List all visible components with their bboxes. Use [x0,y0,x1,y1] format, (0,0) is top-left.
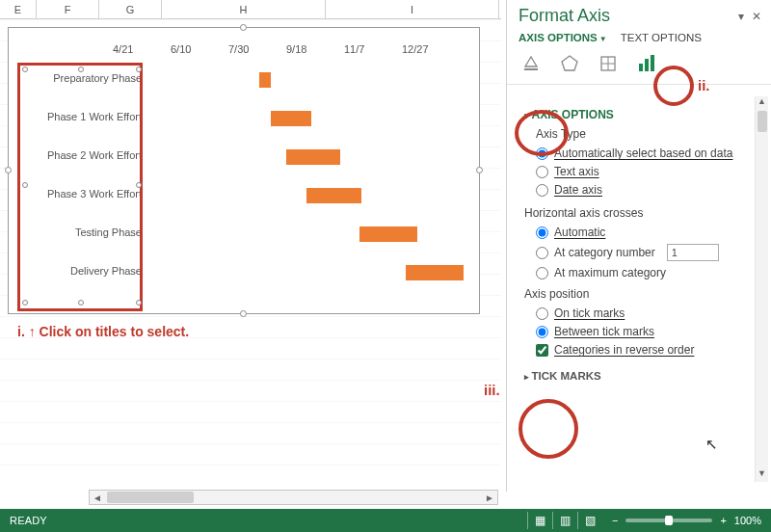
opt-at-category-number-label: At category number [554,246,655,259]
svg-rect-5 [651,55,654,71]
col-header-G[interactable]: G [99,0,162,18]
x-tick: 6/10 [171,43,228,55]
radio-between-tick[interactable] [536,326,548,338]
chart-resize-handle[interactable] [476,167,483,173]
horizontal-scrollbar[interactable]: ◄ ► [89,490,498,505]
svg-rect-3 [639,64,643,71]
annotation-i-body: Click on titles to select. [40,324,190,339]
opt-date-axis[interactable]: Date axis [536,183,750,197]
zoom-in-button[interactable]: + [720,515,726,526]
pane-close-icon[interactable]: ✕ [752,10,761,23]
x-tick: 9/18 [286,43,344,55]
radio-automatic[interactable] [536,226,548,239]
axis-options-icon[interactable] [634,51,659,76]
opt-text-axis-label: Text axis [554,165,599,178]
annotation-ii-label: ii. [698,77,710,93]
radio-on-tick[interactable] [536,307,548,320]
x-tick: 12/27 [402,43,460,55]
view-normal-button[interactable]: ▦ [527,512,552,529]
gantt-bar[interactable] [259,72,271,88]
category-number-input[interactable]: 1 [667,244,719,261]
svg-rect-0 [524,68,538,70]
scroll-up-button[interactable]: ▲ [756,96,768,110]
opt-at-category-number[interactable]: At category number 1 [536,244,750,261]
chart-resize-handle[interactable] [240,24,247,31]
x-tick: 11/7 [344,43,402,55]
chart-resize-handle[interactable] [5,167,12,173]
radio-text-axis[interactable] [536,166,548,178]
tab-axis-options-label: AXIS OPTIONS [518,32,598,43]
x-tick: 7/30 [228,43,286,55]
opt-auto-select[interactable]: Automatically select based on data [536,146,750,160]
opt-on-tick-label: On tick marks [554,306,625,320]
svg-marker-1 [562,56,577,70]
view-page-layout-button[interactable]: ▥ [552,512,577,529]
pane-options-icon[interactable]: ▾ [738,10,744,23]
gantt-bar[interactable] [271,111,311,126]
opt-date-axis-label: Date axis [554,183,602,197]
scroll-track[interactable] [105,491,482,504]
opt-on-tick[interactable]: On tick marks [536,306,750,320]
axis-position-label: Axis position [524,287,750,301]
tab-axis-options[interactable]: AXIS OPTIONS▼ [518,32,607,43]
checkbox-reverse-order[interactable] [536,344,548,357]
col-header-H[interactable]: H [162,0,326,18]
annotation-iii-label: iii. [484,382,500,398]
gantt-bar[interactable] [359,226,417,242]
status-bar: READY ▦ ▥ ▧ − + 100% [0,509,771,532]
axis-selection-handles [26,70,138,302]
opt-between-tick[interactable]: Between tick marks [536,325,750,338]
size-properties-icon[interactable] [596,51,621,76]
group-tick-marks[interactable]: TICK MARKS [524,370,750,382]
x-axis-ticks[interactable]: 4/21 6/10 7/30 9/18 11/7 12/27 [113,43,460,55]
opt-automatic-label: Automatic [554,226,605,239]
radio-at-max-category[interactable] [536,267,548,279]
spreadsheet-grid[interactable]: 4/21 6/10 7/30 9/18 11/7 12/27 Preparato… [0,19,501,482]
arrow-up-icon: ↑ [29,324,36,339]
pane-icon-row [507,49,771,85]
opt-at-max-category[interactable]: At maximum category [536,266,750,279]
fill-line-icon[interactable] [518,51,544,76]
axis-type-label: Axis Type [536,127,750,141]
pane-title: Format Axis [518,6,610,26]
status-ready: READY [0,515,47,526]
opt-text-axis[interactable]: Text axis [536,165,750,178]
gantt-bar[interactable] [306,188,361,203]
scroll-thumb[interactable] [107,492,194,503]
group-axis-options[interactable]: AXIS OPTIONS [524,108,750,121]
view-page-break-button[interactable]: ▧ [577,512,602,529]
x-tick: 4/21 [113,43,171,55]
col-header-I[interactable]: I [326,0,499,18]
format-axis-pane: Format Axis ▾ ✕ AXIS OPTIONS▼ TEXT OPTIO… [506,0,771,492]
pane-body: AXIS OPTIONS Axis Type Automatically sel… [507,96,771,492]
opt-between-tick-label: Between tick marks [554,325,654,338]
zoom-percent[interactable]: 100% [734,515,761,526]
opt-auto-select-label: Automatically select based on data [554,146,732,160]
svg-rect-4 [645,59,649,71]
opt-reverse-order[interactable]: Categories in reverse order [536,343,750,357]
opt-automatic[interactable]: Automatic [536,226,750,239]
zoom-knob[interactable] [665,516,673,525]
radio-date-axis[interactable] [536,184,548,197]
scroll-down-button[interactable]: ▼ [756,468,768,482]
gantt-bar[interactable] [406,265,464,280]
effects-icon[interactable] [557,51,582,76]
column-headers: E F G H I [0,0,501,19]
scroll-left-button[interactable]: ◄ [90,491,105,504]
opt-at-max-category-label: At maximum category [554,266,666,279]
zoom-out-button[interactable]: − [612,515,618,526]
chart-resize-handle[interactable] [240,310,247,317]
scroll-right-button[interactable]: ► [482,491,497,504]
gantt-chart[interactable]: 4/21 6/10 7/30 9/18 11/7 12/27 Preparato… [8,27,480,314]
tab-text-options[interactable]: TEXT OPTIONS [621,32,702,43]
gantt-bar[interactable] [286,149,340,165]
pane-scroll-thumb[interactable] [758,111,767,132]
zoom-slider[interactable]: − + 100% [612,515,761,526]
annotation-i-text: i. ↑ Click on titles to select. [17,324,189,339]
col-header-E[interactable]: E [0,0,37,18]
radio-auto-select[interactable] [536,147,548,160]
col-header-F[interactable]: F [37,0,99,18]
radio-at-category-number[interactable] [536,247,548,259]
pane-vertical-scrollbar[interactable]: ▲ ▼ [755,96,768,482]
cursor-icon: ↖ [705,436,718,453]
